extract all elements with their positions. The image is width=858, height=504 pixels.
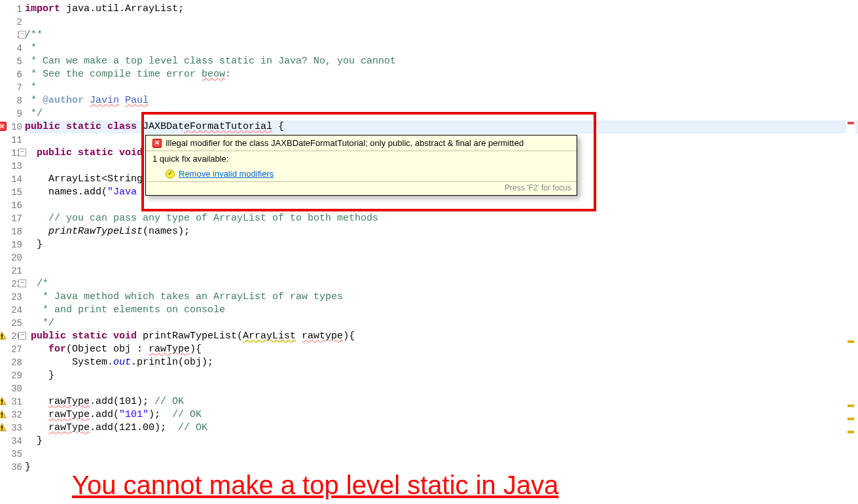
tooltip-fix-row: Remove invalid modifiers <box>146 166 577 181</box>
code-line[interactable]: } <box>25 238 858 251</box>
code-line[interactable]: * See the compile time error beow: <box>25 68 858 81</box>
code-line[interactable]: * Java method which takes an ArrayList o… <box>25 291 858 304</box>
line-number: 19 <box>0 238 25 251</box>
line-number: 31 <box>0 395 25 408</box>
line-number: 23 <box>0 291 25 304</box>
line-number: 5 <box>0 55 25 68</box>
code-line[interactable] <box>25 448 858 461</box>
svg-rect-7 <box>1 412 3 415</box>
code-editor[interactable]: 123−456789101112−13141516171819202122−23… <box>0 0 858 504</box>
code-line[interactable]: * <box>25 81 858 94</box>
line-number: 15 <box>0 186 25 199</box>
lightbulb-icon <box>166 170 175 179</box>
svg-rect-4 <box>1 399 3 402</box>
line-number: 7 <box>0 81 25 94</box>
svg-marker-3 <box>0 397 6 405</box>
code-line[interactable]: * Can we make a top level class static i… <box>25 55 858 68</box>
line-number: 16 <box>0 199 25 212</box>
line-number: 18 <box>0 225 25 238</box>
line-number: 30 <box>0 382 25 395</box>
ruler-marker[interactable] <box>848 418 854 420</box>
annotation-caption: You cannot make a top level static in Ja… <box>72 471 558 500</box>
overview-ruler[interactable] <box>846 0 855 504</box>
line-number: 29 <box>0 369 25 382</box>
code-line[interactable]: /* <box>25 278 858 291</box>
code-line[interactable]: import java.util.ArrayList; <box>25 3 858 16</box>
error-marker-icon[interactable] <box>0 122 7 131</box>
code-line[interactable]: */ <box>25 317 858 330</box>
line-number: 11 <box>0 134 25 147</box>
svg-rect-5 <box>1 403 3 405</box>
line-number: 22− <box>0 278 25 291</box>
code-line[interactable] <box>25 382 858 395</box>
line-number: 9 <box>0 107 25 120</box>
svg-rect-8 <box>1 416 3 418</box>
line-number: 28 <box>0 356 25 369</box>
line-number: 2 <box>0 16 25 29</box>
svg-rect-2 <box>1 338 3 339</box>
code-line[interactable] <box>25 264 858 278</box>
svg-marker-0 <box>0 332 6 339</box>
line-number: 14 <box>0 173 25 186</box>
ruler-marker[interactable] <box>848 431 854 433</box>
tooltip-fix-count: 1 quick fix available: <box>146 151 577 166</box>
code-line[interactable]: public static void printRawTypeList(Arra… <box>25 330 858 343</box>
line-number: 24 <box>0 304 25 317</box>
code-line[interactable]: /** <box>25 29 858 42</box>
line-number: 36 <box>0 461 25 474</box>
error-icon <box>152 139 162 148</box>
code-line[interactable]: rawType.add("101"); // OK <box>25 408 858 422</box>
line-number: 12− <box>0 147 25 160</box>
ruler-marker[interactable] <box>848 405 854 407</box>
svg-rect-10 <box>1 425 3 428</box>
tooltip-footer: Press 'F2' for focus <box>146 181 577 195</box>
line-number: 1 <box>0 3 25 16</box>
svg-rect-1 <box>1 334 3 336</box>
code-line[interactable] <box>25 16 858 29</box>
code-line[interactable]: printRawTypeList(names); <box>25 225 858 238</box>
line-number: 32 <box>0 408 25 422</box>
line-number: 3− <box>0 29 25 42</box>
line-number: 25 <box>0 317 25 330</box>
warning-marker-icon[interactable] <box>0 423 7 432</box>
code-line[interactable]: System.out.println(obj); <box>25 356 858 369</box>
error-tooltip[interactable]: Illegal modifier for the class JAXBDateF… <box>145 135 577 196</box>
ruler-marker[interactable] <box>848 340 854 343</box>
line-number: 27 <box>0 343 25 356</box>
line-number: 10 <box>0 120 25 134</box>
warning-marker-icon[interactable] <box>0 410 7 419</box>
code-line[interactable]: * <box>25 42 858 55</box>
code-line[interactable]: } <box>25 435 858 448</box>
line-number: 13 <box>0 160 25 173</box>
line-number: 34 <box>0 435 25 448</box>
warning-marker-icon[interactable] <box>0 331 7 340</box>
line-number: 35 <box>0 448 25 461</box>
code-line[interactable]: // you can pass any type of ArrayList of… <box>25 212 858 225</box>
line-number: 20 <box>0 251 25 264</box>
code-line[interactable]: } <box>25 369 858 382</box>
svg-marker-9 <box>0 423 6 431</box>
line-number: 6 <box>0 68 25 81</box>
code-line[interactable]: rawType.add(101); // OK <box>25 395 858 408</box>
line-number: 8 <box>0 94 25 107</box>
code-line[interactable]: for(Object obj : rawType){ <box>25 343 858 356</box>
code-line[interactable]: rawType.add(121.00); // OK <box>25 422 858 435</box>
code-line[interactable]: */ <box>25 107 858 120</box>
code-line[interactable] <box>25 199 858 212</box>
line-number: 33 <box>0 422 25 435</box>
code-line[interactable] <box>25 251 858 264</box>
line-number: 17 <box>0 212 25 225</box>
warning-marker-icon[interactable] <box>0 397 7 406</box>
svg-marker-6 <box>0 410 6 418</box>
tooltip-error-row: Illegal modifier for the class JAXBDateF… <box>146 135 577 151</box>
code-area[interactable]: import java.util.ArrayList;/** * * Can w… <box>25 0 858 504</box>
line-number: 21 <box>0 264 25 278</box>
code-line[interactable]: * and print elements on console <box>25 304 858 317</box>
quick-fix-link[interactable]: Remove invalid modifiers <box>179 169 274 179</box>
ruler-marker[interactable] <box>848 122 854 124</box>
code-line[interactable]: public static class JAXBDateFormatTutori… <box>25 120 858 134</box>
code-line[interactable]: * @author Javin Paul <box>25 94 858 107</box>
tooltip-error-text: Illegal modifier for the class JAXBDateF… <box>166 138 524 148</box>
line-number: 4 <box>0 42 25 55</box>
line-number: 26− <box>0 330 25 343</box>
